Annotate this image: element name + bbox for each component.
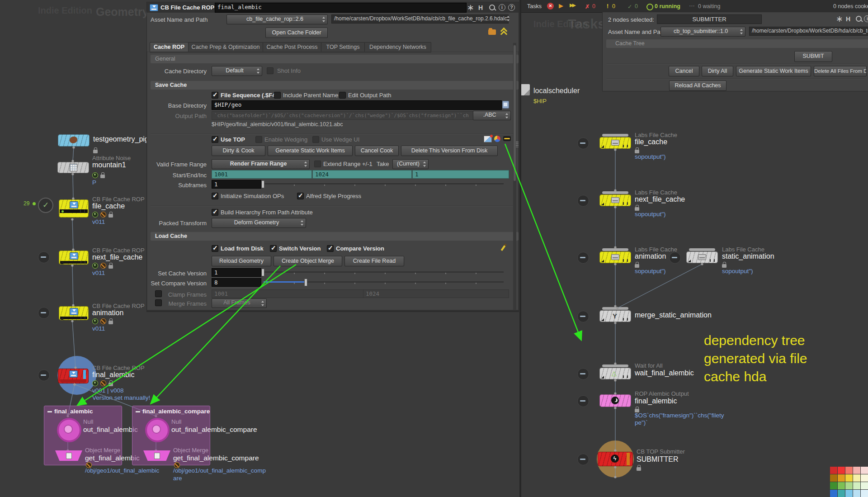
delete-version-button[interactable]: Delete This Version From Disk <box>401 146 498 156</box>
houdini-help-icon[interactable]: H <box>478 5 483 11</box>
collapse-badge[interactable] <box>577 454 589 465</box>
collapse-badge[interactable] <box>577 395 589 407</box>
graph-node-SUBMITTER[interactable]: ϟ <box>598 452 633 466</box>
houdini-help-icon[interactable]: H <box>846 16 850 22</box>
base-directory-field[interactable]: $HIP/geo <box>212 100 502 110</box>
valid-frame-range-dropdown[interactable]: Render Frame Range <box>212 159 310 169</box>
scheduler-name[interactable]: localscheduler <box>533 87 580 95</box>
dirty-all-button[interactable]: Dirty All <box>702 66 733 76</box>
collapse-badge[interactable] <box>577 311 589 322</box>
delete-all-files-button[interactable]: Delete All Files From Disk <box>814 66 867 76</box>
graph-node-final_alembic[interactable] <box>599 394 631 407</box>
open-cache-folder-button[interactable]: Open Cache Folder <box>265 28 328 38</box>
clamp-start-field[interactable]: 1001 <box>212 289 364 298</box>
search-icon[interactable] <box>489 5 495 10</box>
set-cache-version-handle[interactable] <box>261 269 264 276</box>
null-node[interactable] <box>145 418 170 442</box>
graph-node-next_file_cache[interactable] <box>599 194 631 206</box>
chevron-up-icon[interactable] <box>500 32 507 34</box>
asset-name-dropdown[interactable]: cb_file_cache_rop::2.6 <box>226 14 328 24</box>
collapse-badge[interactable] <box>577 368 589 380</box>
graph-node-final_alembic[interactable] <box>58 369 89 383</box>
palette-swatch[interactable] <box>861 482 868 489</box>
frame-end-field[interactable]: 1024 <box>312 170 412 179</box>
gear-icon[interactable]: ∗ <box>836 16 843 22</box>
palette-swatch[interactable] <box>853 474 860 482</box>
cancel-cook-button[interactable]: Cancel Cook <box>355 146 399 156</box>
packed-transform-dropdown[interactable]: Deform Geometry <box>212 218 306 228</box>
asset-path-field[interactable]: /home/carsten/Dropbox/WorkSetDB/hda/cb/c… <box>331 14 509 24</box>
network-box-final-alembic[interactable]: final_alembic Null out_final_alembic Obj… <box>44 406 122 465</box>
object-merge-node[interactable] <box>55 450 82 461</box>
cancel-button[interactable]: Cancel <box>669 66 699 76</box>
dirty-cook-button[interactable]: Dirty & Cook <box>212 146 265 156</box>
subframes-slider[interactable] <box>264 184 504 184</box>
palette-swatch[interactable] <box>861 474 868 482</box>
cancel-cooks-icon[interactable]: ✕ <box>547 3 554 9</box>
null-node[interactable] <box>57 418 81 442</box>
collapse-badge[interactable] <box>577 195 589 207</box>
include-parent-checkbox[interactable] <box>274 92 281 99</box>
palette-swatch[interactable] <box>845 482 853 489</box>
fast-forward-icon[interactable]: ▶▶ <box>570 2 575 8</box>
cache-directory-dropdown[interactable]: Default <box>212 66 262 76</box>
set-cache-version-slider[interactable] <box>264 272 504 272</box>
tab-dependency-networks[interactable]: Dependency Networks <box>364 42 431 52</box>
palette-swatch[interactable] <box>845 467 853 474</box>
alfred-checkbox[interactable] <box>297 193 304 199</box>
palette-swatch[interactable] <box>853 490 860 497</box>
chart-icon[interactable] <box>494 136 500 142</box>
palette-swatch[interactable] <box>861 490 868 497</box>
use-wedge-ui-checkbox[interactable] <box>312 136 319 143</box>
palette-swatch[interactable] <box>830 467 837 474</box>
palette-swatch[interactable] <box>830 474 837 482</box>
merge-frames-dropdown[interactable]: All Frames <box>212 298 267 308</box>
load-from-disk-checkbox[interactable] <box>212 245 218 252</box>
section-save-cache[interactable]: Save Cache <box>151 81 519 90</box>
spinner-icon[interactable] <box>506 16 510 21</box>
graph-node-file_cache[interactable] <box>59 199 89 218</box>
collapse-badge[interactable] <box>669 252 681 264</box>
search-icon[interactable] <box>856 16 862 22</box>
thumbnail-icon[interactable] <box>484 136 492 142</box>
palette-swatch[interactable] <box>853 467 860 474</box>
collapse-badge[interactable] <box>38 369 50 381</box>
palette-swatch[interactable] <box>845 474 853 482</box>
graph-node-next_file_cache[interactable] <box>59 251 89 265</box>
param-scrollbar[interactable] <box>513 43 516 310</box>
output-ext-dropdown[interactable]: .ABC <box>473 111 511 120</box>
scheduler-icon[interactable] <box>521 84 530 95</box>
collapse-badge[interactable] <box>38 251 50 263</box>
param-node-name-field[interactable]: final_alembic <box>215 3 467 13</box>
reload-geometry-button[interactable]: Reload Geometry <box>212 256 271 266</box>
palette-swatch[interactable] <box>830 482 837 489</box>
generate-static-work-items-button[interactable]: Generate Static Work Items <box>736 66 811 76</box>
collapse-badge[interactable] <box>577 137 589 149</box>
section-general[interactable]: General <box>151 55 519 63</box>
generate-static-button[interactable]: Generate Static Work Items <box>268 146 353 156</box>
info-icon[interactable]: i <box>499 4 505 11</box>
submitter-asset-path-field[interactable]: /home/carsten/Dropbox/WorkSetDB/hda/cb/c… <box>749 27 868 36</box>
set-compare-version-handle[interactable] <box>304 279 307 286</box>
submit-button[interactable]: SUBMIT <box>794 51 832 62</box>
compare-version-checkbox[interactable] <box>327 245 334 252</box>
pane-divider[interactable] <box>519 0 521 497</box>
color-palette[interactable] <box>830 467 868 497</box>
section-load-cache[interactable]: Load Cache <box>151 232 519 241</box>
graph-node-animation[interactable] <box>599 251 631 263</box>
edit-output-checkbox[interactable] <box>339 92 346 99</box>
enable-wedging-checkbox[interactable] <box>255 136 262 143</box>
palette-swatch[interactable] <box>853 482 860 489</box>
clamp-end-field[interactable]: 1024 <box>363 289 509 298</box>
graph-node-animation[interactable] <box>59 306 89 320</box>
take-dropdown[interactable]: (Current) <box>392 159 429 169</box>
tab-cache-prep[interactable]: Cache Prep & Optimization <box>188 42 263 52</box>
param-scrollbar-thumb[interactable] <box>514 45 516 181</box>
tab-top-settings[interactable]: TOP Settings <box>321 42 365 52</box>
tab-cache-post[interactable]: Cache Post Process <box>263 42 321 52</box>
info-icon[interactable]: i <box>864 15 868 22</box>
reload-all-caches-button[interactable]: Reload All Caches <box>669 80 726 91</box>
subframes-field[interactable]: 1 <box>212 180 261 189</box>
gear-icon[interactable]: ∗ <box>467 5 474 11</box>
graph-node-file_cache[interactable] <box>599 137 631 149</box>
